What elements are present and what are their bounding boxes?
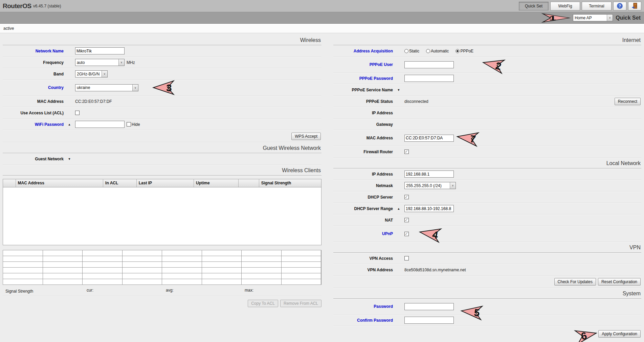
country-select[interactable]: ukraine ∨ <box>75 84 138 91</box>
radio-pppoe[interactable]: PPPoE <box>456 49 473 53</box>
internet-mac-row: MAC Address 7 <box>333 130 641 146</box>
collapse-up-icon[interactable]: ▲ <box>64 123 75 126</box>
section-title-guest-wireless: Guest Wireless Network <box>3 142 321 153</box>
wps-accept-button[interactable]: WPS Accept <box>291 133 321 140</box>
acl-buttons-row: Copy To ACL Remove From ACL <box>3 300 321 307</box>
firewall-router-row: Firewall Router <box>333 146 641 158</box>
radio-automatic[interactable]: Automatic <box>426 49 449 53</box>
country-label[interactable]: Country <box>3 85 64 90</box>
confirm-password-row: Confirm Password <box>333 315 641 326</box>
reconnect-button[interactable]: Reconnect <box>615 98 641 105</box>
tab-quick-set[interactable]: Quick Set <box>519 2 549 10</box>
address-acquisition-label[interactable]: Address Acquisition <box>333 49 393 53</box>
pppoe-password-input[interactable] <box>404 75 454 82</box>
use-acl-checkbox[interactable] <box>75 111 80 115</box>
firewall-router-checkbox[interactable] <box>404 150 409 154</box>
signal-strength-legend-row: Signal Strength cur: avg: max: <box>3 286 321 296</box>
check-for-updates-button[interactable]: Check For Updates <box>554 278 596 286</box>
expand-down-icon[interactable]: ▼ <box>393 88 404 92</box>
section-title-vpn: VPN <box>333 242 641 253</box>
nat-label: NAT <box>333 218 393 223</box>
profile-select-value: Home AP <box>573 16 607 20</box>
radio-static-circle[interactable] <box>404 49 408 53</box>
remove-from-acl-button: Remove From ACL <box>280 300 321 307</box>
svg-text:1: 1 <box>549 14 556 22</box>
vpn-access-label: VPN Access <box>333 256 393 261</box>
col-blank[interactable] <box>3 179 16 187</box>
page-title: Quick Set <box>616 15 641 21</box>
tab-terminal[interactable]: Terminal <box>582 2 612 10</box>
col-mac-address[interactable]: MAC Address <box>16 179 104 187</box>
col-last-ip[interactable]: Last IP <box>137 179 194 187</box>
netmask-label: Netmask <box>333 183 393 188</box>
door-logout-icon <box>632 3 638 9</box>
status-strip: active <box>0 24 644 33</box>
dhcp-server-label: DHCP Server <box>333 195 393 200</box>
internet-mac-label: MAC Address <box>333 136 393 140</box>
col-signal-strength[interactable]: Signal Strength <box>259 179 321 187</box>
collapse-up-icon[interactable]: ▲ <box>393 207 404 210</box>
section-title-wireless: Wireless <box>3 35 321 45</box>
pppoe-user-label[interactable]: PPPoE User <box>333 62 393 67</box>
frequency-unit: MHz <box>127 60 135 65</box>
radio-automatic-circle[interactable] <box>426 49 430 53</box>
pppoe-status-row: PPPoE Status disconnected Reconnect <box>333 96 641 107</box>
frequency-label: Frequency <box>3 60 64 65</box>
tab-webfig[interactable]: WebFig <box>550 2 580 10</box>
frequency-select[interactable]: auto ∨ <box>75 59 125 66</box>
col-blank2[interactable] <box>239 179 259 187</box>
nat-checkbox[interactable] <box>404 218 409 222</box>
annotation-arrow-1: 1 <box>542 13 570 23</box>
annotation-arrow-4: 4 <box>418 224 442 243</box>
use-acl-label: Use Access List (ACL) <box>3 111 64 115</box>
col-in-acl[interactable]: In ACL <box>103 179 137 187</box>
confirm-password-label[interactable]: Confirm Password <box>333 318 393 323</box>
help-button[interactable]: ? <box>613 2 626 10</box>
netmask-row: Netmask 255.255.255.0 (/24) ∨ <box>333 180 641 191</box>
local-ip-input[interactable] <box>404 170 454 178</box>
dhcp-range-label: DHCP Server Range <box>333 206 393 211</box>
apply-row: 6 Apply Configuration <box>333 326 641 342</box>
password-input[interactable] <box>404 303 454 310</box>
upnp-checkbox[interactable] <box>404 232 409 236</box>
logout-button[interactable] <box>628 2 641 10</box>
nat-row: NAT <box>333 214 641 226</box>
network-name-label[interactable]: Network Name <box>3 49 64 53</box>
band-select[interactable]: 2GHz-B/G/N ∨ <box>75 70 108 77</box>
gateway-label: Gateway <box>333 122 393 127</box>
expand-down-icon[interactable]: ▼ <box>64 157 75 161</box>
section-title-local-network: Local Network <box>333 158 641 168</box>
main-content: Wireless Network Name Frequency auto ∨ M… <box>0 33 644 342</box>
radio-pppoe-circle[interactable] <box>456 49 460 53</box>
profile-select[interactable]: Home AP ∨ <box>573 14 613 21</box>
network-name-input[interactable] <box>75 47 125 54</box>
upnp-label[interactable]: UPnP <box>333 231 393 236</box>
dhcp-range-input[interactable] <box>404 205 454 212</box>
confirm-password-input[interactable] <box>404 317 454 324</box>
section-title-wireless-clients: Wireless Clients <box>3 165 321 176</box>
title-bar: RouterOS v6.45.7 (stable) Quick Set WebF… <box>0 0 644 12</box>
pppoe-service-label: PPPoE Service Name <box>333 88 393 92</box>
pppoe-password-label[interactable]: PPPoE Password <box>333 76 393 81</box>
dhcp-server-checkbox[interactable] <box>404 195 409 199</box>
wifi-password-input[interactable] <box>75 121 125 128</box>
col-uptime[interactable]: Uptime <box>194 179 239 187</box>
hide-password-checkbox[interactable] <box>127 122 131 127</box>
wireless-panel: Wireless Network Name Frequency auto ∨ M… <box>3 35 321 307</box>
reset-configuration-button[interactable]: Reset Configuration <box>598 278 641 286</box>
password-label[interactable]: Password <box>333 304 393 309</box>
wireless-clients-table: MAC Address In ACL Last IP Uptime Signal… <box>3 179 321 245</box>
internet-mac-input[interactable] <box>404 135 454 142</box>
netmask-select[interactable]: 255.255.255.0 (/24) ∨ <box>404 182 456 189</box>
svg-text:5: 5 <box>473 307 480 319</box>
wireless-mac-label: MAC Address <box>3 99 64 104</box>
radio-static[interactable]: Static <box>404 49 419 53</box>
chevron-down-icon: ∨ <box>132 85 138 91</box>
vpn-access-checkbox[interactable] <box>404 256 409 260</box>
status-tab-active[interactable]: active <box>3 26 14 31</box>
frequency-row: Frequency auto ∨ MHz <box>3 57 321 68</box>
country-row: Country ukraine ∨ 3 <box>3 80 321 96</box>
pppoe-user-input[interactable] <box>404 61 454 68</box>
wifi-password-label[interactable]: WiFi Password <box>3 122 64 127</box>
apply-configuration-button[interactable]: Apply Configuration <box>598 330 641 338</box>
